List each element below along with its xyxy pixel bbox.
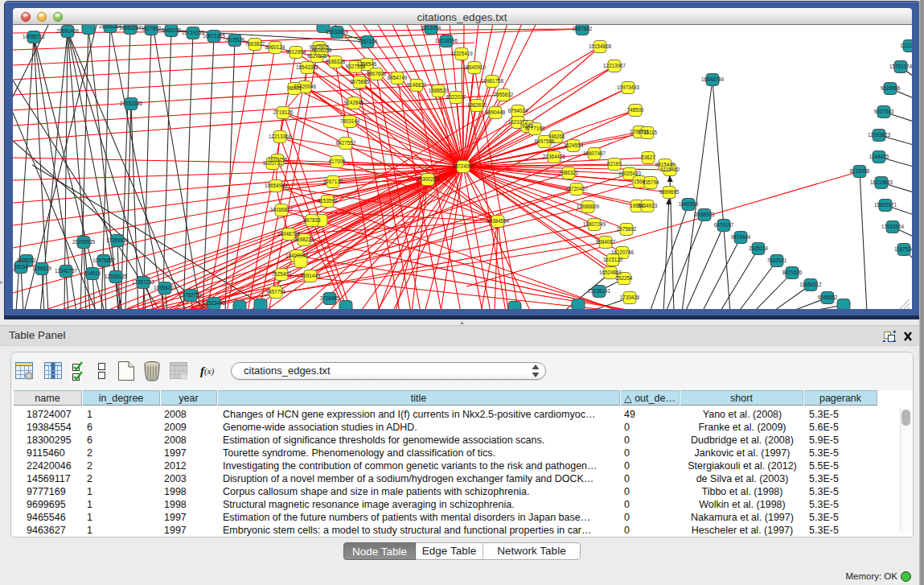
svg-text:2935114: 2935114 <box>749 245 769 251</box>
svg-text:9327508: 9327508 <box>346 64 366 69</box>
svg-text:9474444: 9474444 <box>731 234 751 240</box>
svg-text:1640954: 1640954 <box>679 201 699 207</box>
svg-text:15692971: 15692971 <box>874 202 897 208</box>
svg-text:12323446: 12323446 <box>203 300 226 306</box>
svg-text:6466160: 6466160 <box>162 27 182 33</box>
svg-text:15720407: 15720407 <box>565 186 589 192</box>
svg-text:12093823: 12093823 <box>868 132 891 138</box>
svg-text:20691406: 20691406 <box>56 28 80 34</box>
svg-text:10975857: 10975857 <box>92 257 116 263</box>
svg-text:9146821: 9146821 <box>407 82 427 88</box>
svg-text:7357224: 7357224 <box>358 39 378 44</box>
svg-text:10688609: 10688609 <box>577 204 600 209</box>
svg-text:11325419: 11325419 <box>450 51 473 56</box>
svg-text:16648784: 16648784 <box>701 76 725 82</box>
svg-text:7625402: 7625402 <box>272 271 292 277</box>
svg-text:19384554: 19384554 <box>487 218 510 224</box>
svg-text:10807487: 10807487 <box>583 150 606 156</box>
svg-text:9777169: 9777169 <box>525 126 545 131</box>
svg-text:12213967: 12213967 <box>603 63 626 68</box>
svg-text:1020731: 1020731 <box>263 160 283 166</box>
svg-text:8471626: 8471626 <box>782 270 803 275</box>
svg-text:1615132: 1615132 <box>603 257 623 262</box>
svg-text:10958107: 10958107 <box>154 285 177 290</box>
svg-text:9134923: 9134923 <box>638 203 658 208</box>
svg-text:867833: 867833 <box>303 217 321 223</box>
svg-text:6497568: 6497568 <box>535 138 555 144</box>
svg-text:9242848: 9242848 <box>344 100 364 105</box>
svg-text:7515526: 7515526 <box>225 37 245 43</box>
svg-text:12505135: 12505135 <box>105 274 128 279</box>
svg-text:8912954: 8912954 <box>286 49 306 55</box>
svg-text:9684067: 9684067 <box>596 239 616 245</box>
svg-text:1362615: 1362615 <box>467 102 487 108</box>
svg-text:9785115: 9785115 <box>638 130 658 135</box>
svg-text:3498222: 3498222 <box>294 237 314 242</box>
svg-text:8454749: 8454749 <box>388 75 408 80</box>
svg-text:2867608: 2867608 <box>367 71 387 76</box>
svg-text:1588520: 1588520 <box>429 88 449 93</box>
svg-text:2687682: 2687682 <box>573 26 593 31</box>
svg-text:9457791: 9457791 <box>266 289 286 295</box>
svg-text:9815440: 9815440 <box>655 162 676 167</box>
svg-text:9329966: 9329966 <box>881 85 901 91</box>
svg-text:8990448: 8990448 <box>486 109 506 115</box>
svg-text:53627: 53627 <box>641 154 655 160</box>
svg-text:9899695: 9899695 <box>659 189 680 195</box>
svg-text:9115460: 9115460 <box>660 167 680 172</box>
svg-text:1244415: 1244415 <box>869 154 889 159</box>
svg-text:9327505: 9327505 <box>307 53 327 59</box>
svg-text:7986322: 7986322 <box>559 170 579 175</box>
svg-text:1112333: 1112333 <box>900 43 912 48</box>
svg-text:17016504: 17016504 <box>881 224 905 229</box>
svg-text:10025433: 10025433 <box>618 171 642 176</box>
svg-text:9153594: 9153594 <box>318 198 338 204</box>
svg-text:1691449: 1691449 <box>301 273 321 278</box>
svg-text:15751074: 15751074 <box>889 64 912 69</box>
svg-text:417006: 417006 <box>328 159 346 164</box>
svg-text:16033809: 16033809 <box>326 29 349 35</box>
svg-text:935794: 935794 <box>642 179 659 185</box>
svg-text:252254: 252254 <box>615 275 633 281</box>
svg-text:19218596: 19218596 <box>435 38 458 43</box>
svg-text:16409948: 16409948 <box>285 253 309 258</box>
svg-text:21053346: 21053346 <box>120 101 143 106</box>
svg-text:16782759: 16782759 <box>179 292 203 298</box>
svg-text:9606058: 9606058 <box>312 47 332 53</box>
svg-text:19166827: 19166827 <box>270 207 294 212</box>
svg-text:10653287: 10653287 <box>119 25 142 31</box>
svg-text:1975692: 1975692 <box>617 226 637 232</box>
svg-text:21364436: 21364436 <box>543 154 566 159</box>
svg-text:3624554: 3624554 <box>564 142 584 148</box>
svg-text:6794024: 6794024 <box>508 108 528 113</box>
svg-text:3716485: 3716485 <box>320 295 340 301</box>
svg-text:8427552: 8427552 <box>336 140 356 146</box>
svg-text:1156829: 1156829 <box>32 266 52 271</box>
svg-text:14055712: 14055712 <box>23 34 46 39</box>
svg-text:18724007: 18724007 <box>452 163 475 169</box>
svg-text:18640910: 18640910 <box>463 64 487 70</box>
svg-text:8938923: 8938923 <box>695 212 715 217</box>
svg-text:1527602: 1527602 <box>142 26 162 31</box>
svg-text:7632621: 7632621 <box>767 257 787 263</box>
svg-text:15136141: 15136141 <box>588 288 611 294</box>
svg-text:3675685: 3675685 <box>350 79 370 84</box>
svg-text:8322037: 8322037 <box>446 94 466 100</box>
svg-text:1733426: 1733426 <box>620 295 640 300</box>
svg-text:6479197: 6479197 <box>714 222 734 228</box>
svg-text:16543382: 16543382 <box>296 64 319 70</box>
svg-text:8960124: 8960124 <box>265 44 285 50</box>
svg-text:114519: 114519 <box>84 270 101 276</box>
svg-text:3267130: 3267130 <box>323 179 343 184</box>
svg-text:7955812: 7955812 <box>494 92 514 97</box>
svg-text:16524861: 16524861 <box>599 270 622 275</box>
svg-text:9245652: 9245652 <box>818 295 838 300</box>
svg-text:17359934: 17359934 <box>106 237 129 243</box>
svg-text:16120746: 16120746 <box>611 249 634 255</box>
svg-text:98901: 98901 <box>287 85 302 91</box>
svg-text:16671355: 16671355 <box>203 33 226 39</box>
svg-text:62160: 62160 <box>607 161 622 167</box>
svg-text:10154808: 10154808 <box>589 43 612 49</box>
svg-text:19300293: 19300293 <box>417 176 440 182</box>
svg-text:8813054: 8813054 <box>421 25 441 31</box>
